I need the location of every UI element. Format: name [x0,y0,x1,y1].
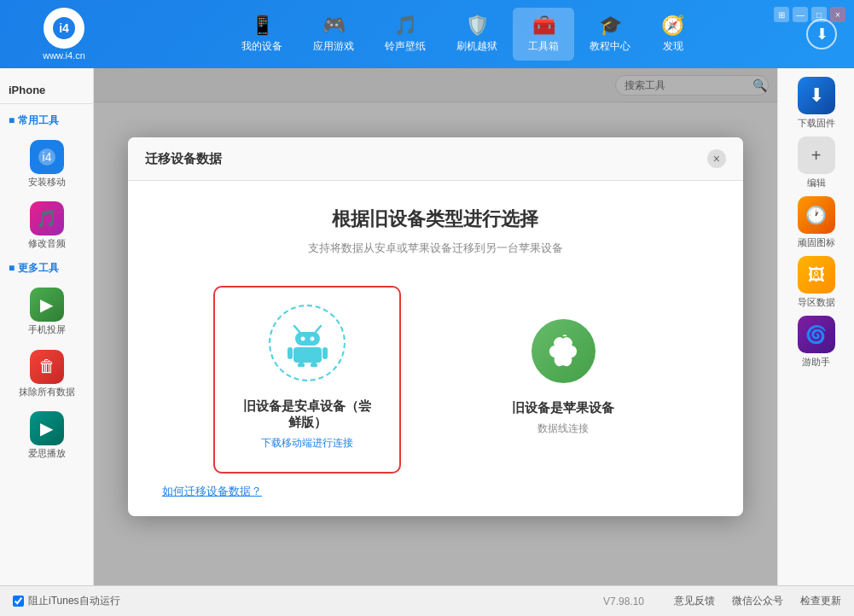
migrate-modal: 迁移设备数据 × 根据旧设备类型进行选择 支持将数据从安卓或苹果设备迁移到另一台… [128,137,743,516]
import-data-icon: 🖼 [798,256,835,293]
svg-rect-6 [295,332,320,346]
nav-my-device[interactable]: 📱 我的设备 [226,8,298,61]
sidebar-install-app[interactable]: i4 安装移动 [0,133,93,195]
nav-apps-games[interactable]: 🎮 应用游戏 [298,8,369,61]
apple-icon [546,334,580,369]
section2-title: ■ 更多工具 [0,256,93,281]
restore-icon-label: 顽固图标 [798,236,835,249]
screen-mirror-label: 手机投屏 [28,324,66,335]
android-option-title: 旧设备是安卓设备（尝鲜版） [241,398,374,431]
game-helper-icon: 🌀 [798,316,835,353]
svg-point-7 [300,336,305,340]
win-btn-grid[interactable]: ⊞ [774,7,789,22]
install-app-icon: i4 [30,140,64,174]
svg-text:i4: i4 [42,150,51,164]
how-to-link[interactable]: 如何迁移设备数据？ [162,484,262,499]
sidebar-play-music[interactable]: ▶ 爱思播放 [0,404,93,466]
modal-close-button[interactable]: × [707,149,726,168]
android-icon-inner [282,317,333,369]
modal-options: 旧设备是安卓设备（尝鲜版） 下载移动端进行连接 旧设备是苹果设 [162,286,709,474]
main-nav: 📱 我的设备 🎮 应用游戏 🎵 铃声壁纸 🛡️ 刷机越狱 🧰 工具箱 🎓 教程中… [119,8,806,61]
android-option-card[interactable]: 旧设备是安卓设备（尝鲜版） 下载移动端进行连接 [213,286,401,474]
ringtones-icon: 🎵 [394,15,417,37]
modal-main-title: 根据旧设备类型进行选择 [332,206,538,232]
nav-jailbreak[interactable]: 🛡️ 刷机越狱 [441,8,513,61]
sidebar-screen-mirror[interactable]: ▶ 手机投屏 [0,281,93,342]
install-app-label: 安装移动 [28,177,66,188]
logo-icon: i4 [44,8,84,49]
my-device-label: 我的设备 [241,39,282,54]
window-controls: ⊞ — □ × [774,7,845,22]
center-content: 🔍 迁移设备数据 × 根据旧设备类型进行选择 支持将数据从安卓或苹果设备迁移到另… [94,68,777,585]
modal-header: 迁移设备数据 × [128,137,743,181]
edit-icon: + [798,137,835,174]
download-firmware-label: 下载固件 [798,117,835,130]
modal-title: 迁移设备数据 [145,151,222,167]
apple-option-card[interactable]: 旧设备是苹果设备 数据线连接 [469,300,657,459]
screen-mirror-icon: ▶ [30,288,64,322]
erase-data-icon: 🗑 [30,350,64,384]
jailbreak-label: 刷机越狱 [456,39,497,54]
feedback-link[interactable]: 意见反馈 [674,594,715,608]
sidebar-erase-data[interactable]: 🗑 抹除所有数据 [0,343,93,404]
tutorial-icon: 🎓 [599,15,622,37]
nav-ringtones[interactable]: 🎵 铃声壁纸 [369,8,441,61]
sidebar: iPhone ■ 常用工具 i4 安装移动 🎵 修改音频 ■ 更多工具 ▶ 手机… [0,68,94,585]
edit-ringtone-label: 修改音频 [28,238,66,249]
svg-rect-12 [298,363,305,367]
toolbox-icon: 🧰 [532,15,555,37]
svg-point-8 [310,336,314,340]
main-container: iPhone ■ 常用工具 i4 安装移动 🎵 修改音频 ■ 更多工具 ▶ 手机… [0,68,854,585]
right-panel: ⬇ 下载固件 + 编辑 🕐 顽固图标 🖼 导区数据 🌀 游助手 [777,68,854,585]
svg-line-5 [316,326,321,332]
apps-games-icon: 🎮 [322,15,346,37]
game-helper-label: 游助手 [802,356,830,369]
section1-title: ■ 常用工具 [0,108,93,133]
apple-option-title: 旧设备是苹果设备 [512,400,614,416]
nav-discover[interactable]: 🧭 发现 [646,8,700,61]
bottom-bar: 阻止iTunes自动运行 V7.98.10 意见反馈 微信公众号 检查更新 [0,585,854,616]
version-text: V7.98.10 [603,596,644,607]
wechat-link[interactable]: 微信公众号 [732,594,783,608]
modal-overlay: 迁移设备数据 × 根据旧设备类型进行选择 支持将数据从安卓或苹果设备迁移到另一台… [94,68,777,585]
logo-text: www.i4.cn [43,50,85,61]
right-download-firmware[interactable]: ⬇ 下载固件 [798,77,835,130]
import-data-label: 导区数据 [798,296,835,309]
device-name: iPhone [0,77,93,104]
app-logo: i4 www.i4.cn [9,8,119,61]
edit-ringtone-icon: 🎵 [30,201,64,235]
right-import-data[interactable]: 🖼 导区数据 [798,256,835,309]
apple-option-subtitle: 数据线连接 [537,421,589,436]
android-robot-icon [284,320,331,367]
nav-toolbox[interactable]: 🧰 工具箱 [513,8,574,61]
jailbreak-icon: 🛡️ [466,15,489,37]
itunes-checkbox[interactable] [13,596,24,607]
right-edit[interactable]: + 编辑 [798,137,835,189]
right-restore-icon[interactable]: 🕐 顽固图标 [798,196,835,249]
erase-data-label: 抹除所有数据 [19,386,75,398]
svg-rect-10 [288,347,293,359]
restore-icon: 🕐 [798,196,835,234]
edit-label: 编辑 [807,177,826,189]
itunes-checkbox-label: 阻止iTunes自动运行 [28,594,120,608]
sidebar-edit-ringtone[interactable]: 🎵 修改音频 [0,195,93,256]
my-device-icon: 📱 [251,15,274,37]
svg-line-4 [294,326,299,332]
nav-tutorial[interactable]: 🎓 教程中心 [574,8,646,61]
win-btn-minimize[interactable]: — [793,7,808,22]
check-update-link[interactable]: 检查更新 [800,594,841,608]
toolbox-label: 工具箱 [528,39,559,54]
win-btn-close[interactable]: × [830,7,845,22]
modal-sub-title: 支持将数据从安卓或苹果设备迁移到另一台苹果设备 [308,241,563,256]
play-music-icon: ▶ [30,411,64,445]
apple-icon-wrap [532,319,595,383]
apps-games-label: 应用游戏 [313,39,354,54]
svg-rect-9 [293,347,322,363]
win-btn-maximize[interactable]: □ [811,7,827,22]
play-music-label: 爱思播放 [28,448,66,459]
itunes-checkbox-wrap[interactable]: 阻止iTunes自动运行 [13,594,120,608]
download-button[interactable]: ⬇ [806,19,837,49]
right-game-helper[interactable]: 🌀 游助手 [798,316,835,369]
android-option-subtitle[interactable]: 下载移动端进行连接 [261,436,353,450]
discover-icon: 🧭 [661,15,684,37]
